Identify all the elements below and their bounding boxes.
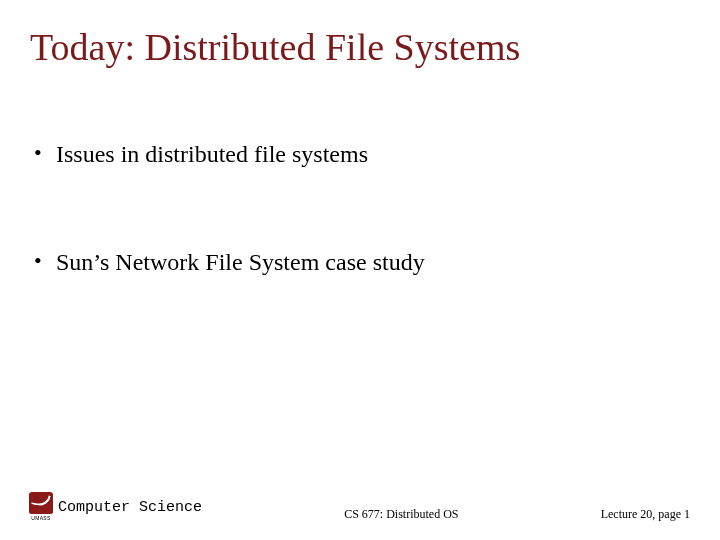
department-label: Computer Science (58, 499, 202, 516)
slide: Today: Distributed File Systems Issues i… (0, 0, 720, 540)
bullet-list: Issues in distributed file systems Sun’s… (30, 140, 690, 278)
logo-swoosh-icon (31, 493, 51, 508)
slide-footer: UMASS Computer Science CS 677: Distribut… (0, 492, 720, 522)
footer-left: UMASS Computer Science (28, 492, 202, 522)
umass-logo-icon: UMASS (28, 492, 54, 522)
logo-shield-icon (29, 492, 53, 514)
logo-caption: UMASS (31, 515, 50, 521)
slide-title: Today: Distributed File Systems (30, 26, 690, 70)
course-label: CS 677: Distributed OS (344, 507, 458, 522)
bullet-item: Issues in distributed file systems (32, 140, 690, 169)
lecture-label: Lecture 20, page 1 (601, 507, 690, 522)
bullet-item: Sun’s Network File System case study (32, 248, 690, 277)
